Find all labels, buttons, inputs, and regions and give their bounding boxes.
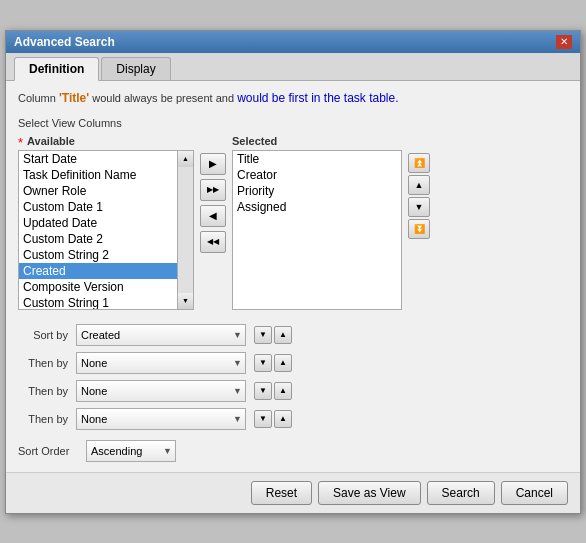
sort-section: Sort by None Title Creator Priority Assi…	[18, 324, 568, 430]
then-by-3-asc-button[interactable]: ▲	[274, 410, 292, 428]
required-asterisk: *	[18, 135, 23, 150]
move-buttons: ▶ ▶▶ ◀ ◀◀	[198, 153, 228, 253]
tab-display[interactable]: Display	[101, 57, 170, 80]
selected-list[interactable]: Title Creator Priority Assigned	[232, 150, 402, 310]
then-by-2-arrows: ▼ ▲	[254, 382, 292, 400]
then-by-3-select[interactable]: None Title Creator Priority Assigned Cre…	[76, 408, 246, 430]
title-highlight: 'Title'	[59, 91, 89, 105]
sort-by-select-wrapper: None Title Creator Priority Assigned Cre…	[76, 324, 246, 346]
then-by-1-desc-button[interactable]: ▼	[254, 354, 272, 372]
info-text: Column 'Title' would always be present a…	[18, 89, 568, 107]
list-item[interactable]: Owner Role	[19, 183, 177, 199]
available-label: Available	[27, 135, 75, 147]
selected-label: Selected	[232, 135, 402, 147]
move-bottom-button[interactable]: ⏬	[408, 219, 430, 239]
reset-button[interactable]: Reset	[251, 481, 312, 505]
then-by-2-asc-button[interactable]: ▲	[274, 382, 292, 400]
sort-order-select[interactable]: Ascending Descending	[86, 440, 176, 462]
first-highlight: would be first in the task table.	[237, 91, 398, 105]
available-header: * Available	[18, 135, 194, 150]
then-by-1-label: Then by	[18, 357, 68, 369]
tab-bar: Definition Display	[6, 53, 580, 81]
columns-area: * Available Start Date Task Definition N…	[18, 135, 568, 310]
list-item[interactable]: Assigned	[233, 199, 401, 215]
then-by-1-select[interactable]: None Title Creator Priority Assigned Cre…	[76, 352, 246, 374]
then-by-2-row: Then by None Title Creator Priority Assi…	[18, 380, 568, 402]
sort-by-row: Sort by None Title Creator Priority Assi…	[18, 324, 568, 346]
main-content: Column 'Title' would always be present a…	[6, 81, 580, 472]
list-item[interactable]: Title	[233, 151, 401, 167]
move-up-button[interactable]: ▲	[408, 175, 430, 195]
move-all-right-button[interactable]: ▶▶	[200, 179, 226, 201]
advanced-search-dialog: Advanced Search ✕ Definition Display Col…	[5, 30, 581, 514]
sort-by-label: Sort by	[18, 329, 68, 341]
list-item-selected[interactable]: Created	[19, 263, 177, 279]
then-by-3-label: Then by	[18, 413, 68, 425]
sort-order-label: Sort Order	[18, 445, 78, 457]
list-item[interactable]: Composite Version	[19, 279, 177, 295]
move-down-button[interactable]: ▼	[408, 197, 430, 217]
then-by-3-select-wrapper: None Title Creator Priority Assigned Cre…	[76, 408, 246, 430]
move-top-button[interactable]: ⏫	[408, 153, 430, 173]
then-by-2-select[interactable]: None Title Creator Priority Assigned Cre…	[76, 380, 246, 402]
cancel-button[interactable]: Cancel	[501, 481, 568, 505]
then-by-1-asc-button[interactable]: ▲	[274, 354, 292, 372]
available-scrollbar: ▲ ▼	[178, 150, 194, 310]
section-label: Select View Columns	[18, 117, 568, 129]
sort-by-arrows: ▼ ▲	[254, 326, 292, 344]
close-icon[interactable]: ✕	[556, 35, 572, 49]
sort-order-select-wrapper: Ascending Descending	[86, 440, 176, 462]
list-item[interactable]: Custom String 2	[19, 247, 177, 263]
scroll-up-button[interactable]: ▲	[178, 151, 193, 167]
list-item[interactable]: Priority	[233, 183, 401, 199]
sort-order-row: Sort Order Ascending Descending	[18, 440, 568, 462]
then-by-1-arrows: ▼ ▲	[254, 354, 292, 372]
move-right-one-button[interactable]: ▶	[200, 153, 226, 175]
sort-by-asc-button[interactable]: ▲	[274, 326, 292, 344]
move-all-left-button[interactable]: ◀◀	[200, 231, 226, 253]
then-by-2-desc-button[interactable]: ▼	[254, 382, 272, 400]
then-by-2-select-wrapper: None Title Creator Priority Assigned Cre…	[76, 380, 246, 402]
sort-by-select[interactable]: None Title Creator Priority Assigned Cre…	[76, 324, 246, 346]
list-item[interactable]: Updated Date	[19, 215, 177, 231]
available-list[interactable]: Start Date Task Definition Name Owner Ro…	[18, 150, 178, 310]
then-by-2-label: Then by	[18, 385, 68, 397]
list-item[interactable]: Start Date	[19, 151, 177, 167]
search-button[interactable]: Search	[427, 481, 495, 505]
available-group: * Available Start Date Task Definition N…	[18, 135, 194, 310]
then-by-3-arrows: ▼ ▲	[254, 410, 292, 428]
available-list-wrapper: Start Date Task Definition Name Owner Ro…	[18, 150, 194, 310]
scroll-down-button[interactable]: ▼	[178, 293, 193, 309]
then-by-3-row: Then by None Title Creator Priority Assi…	[18, 408, 568, 430]
selected-group: Selected Title Creator Priority Assigned	[232, 135, 402, 310]
sort-by-desc-button[interactable]: ▼	[254, 326, 272, 344]
tab-definition[interactable]: Definition	[14, 57, 99, 81]
footer: Reset Save as View Search Cancel	[6, 472, 580, 513]
list-item[interactable]: Creator	[233, 167, 401, 183]
list-item[interactable]: Task Definition Name	[19, 167, 177, 183]
list-item[interactable]: Custom Date 1	[19, 199, 177, 215]
then-by-1-select-wrapper: None Title Creator Priority Assigned Cre…	[76, 352, 246, 374]
then-by-3-desc-button[interactable]: ▼	[254, 410, 272, 428]
order-arrows: ⏫ ▲ ▼ ⏬	[408, 153, 430, 239]
move-left-one-button[interactable]: ◀	[200, 205, 226, 227]
title-bar: Advanced Search ✕	[6, 31, 580, 53]
list-item[interactable]: Custom String 1	[19, 295, 177, 310]
dialog-title: Advanced Search	[14, 35, 115, 49]
list-item[interactable]: Custom Date 2	[19, 231, 177, 247]
save-as-view-button[interactable]: Save as View	[318, 481, 421, 505]
then-by-1-row: Then by None Title Creator Priority Assi…	[18, 352, 568, 374]
